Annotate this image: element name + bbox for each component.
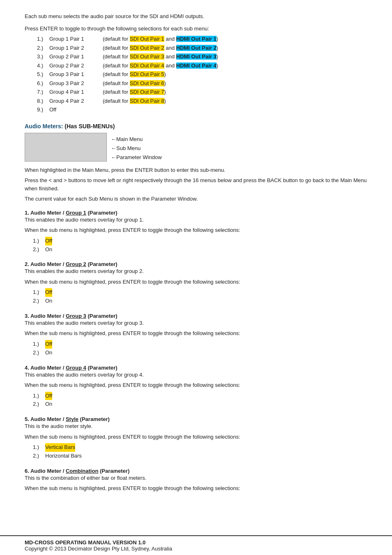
sub-section-6-title: 6. Audio Meter / Combination (Parameter) xyxy=(25,468,367,474)
sel-num: 2.) xyxy=(33,452,45,460)
intro-line2: Press ENTER to toggle to through the fol… xyxy=(25,25,367,33)
list-default: (default for SDI Out Pair 4 and HDMI Out… xyxy=(103,62,218,70)
page-content: Each sub menu selects the audio pair sou… xyxy=(0,0,392,528)
sel-label: On xyxy=(45,245,52,254)
audio-meters-desc3: The current value for each Sub Menu is s… xyxy=(25,195,367,203)
sel-label-highlighted: Off xyxy=(45,288,52,297)
sub-section-3: 3. Audio Meter / Group 3 (Parameter) Thi… xyxy=(25,313,367,357)
sub-section-3-desc2: When the sub menu is highlighted, press … xyxy=(25,329,367,338)
sub-section-3-title: 3. Audio Meter / Group 3 (Parameter) xyxy=(25,313,367,319)
list-default: (default for SDI Out Pair 5) xyxy=(103,70,166,79)
list-item: 1.) Group 1 Pair 1 (default for SDI Out … xyxy=(37,35,367,43)
selection-item: 1.) Off xyxy=(33,392,367,400)
list-item: 5.) Group 3 Pair 1 (default for SDI Out … xyxy=(37,70,367,79)
selection-item: 2.) Horizontal Bars xyxy=(33,452,367,460)
list-item: 6.) Group 3 Pair 2 (default for SDI Out … xyxy=(37,79,367,88)
selection-item: 2.) On xyxy=(33,245,367,254)
sub-section-6-desc2: When the sub menu is highlighted, press … xyxy=(25,484,367,493)
list-item: 8.) Group 4 Pair 2 (default for SDI Out … xyxy=(37,97,367,105)
sub-section-2: 2. Audio Meter / Group 2 (Parameter) Thi… xyxy=(25,261,367,305)
sub-section-2-title: 2. Audio Meter / Group 2 (Parameter) xyxy=(25,261,367,267)
sel-num: 1.) xyxy=(33,237,45,245)
list-num: 4.) xyxy=(37,62,49,70)
list-item: 2.) Group 1 Pair 2 (default for SDI Out … xyxy=(37,44,367,52)
sub-section-3-selections: 1.) Off 2.) On xyxy=(33,340,367,357)
selection-item: 1.) Off xyxy=(33,340,367,349)
sub-section-6: 6. Audio Meter / Combination (Parameter)… xyxy=(25,468,367,493)
diagram-label-sub: ←Sub Menu xyxy=(111,144,162,153)
sel-num: 2.) xyxy=(33,245,45,254)
sub-section-1-desc2: When the sub menu is highlighted, press … xyxy=(25,226,367,234)
list-label: Group 1 Pair 2 xyxy=(49,44,103,52)
list-num: 3.) xyxy=(37,53,49,61)
diagram-label-param: ←Parameter Window xyxy=(111,153,162,162)
diagram-labels: ←Main Menu ←Sub Menu ←Parameter Window xyxy=(111,135,162,162)
list-num: 9.) xyxy=(37,106,49,114)
list-num: 8.) xyxy=(37,97,49,105)
sub-section-4-desc2: When the sub menu is highlighted, press … xyxy=(25,381,367,389)
sel-label: Horizontal Bars xyxy=(45,452,82,460)
list-item: 7.) Group 4 Pair 1 (default for SDI Out … xyxy=(37,88,367,96)
sub-section-4-selections: 1.) Off 2.) On xyxy=(33,392,367,409)
sub-section-1-desc1: This enables the audio meters overlay fo… xyxy=(25,216,367,224)
list-default: (default for SDI Out Pair 3 and HDMI Out… xyxy=(103,53,218,61)
footer-line1: MD-CROSS OPERATING MANUAL VERSION 1.0 xyxy=(25,539,367,546)
audio-meters-desc2: Press the < and > buttons to move left o… xyxy=(25,176,367,192)
list-default: (default for SDI Out Pair 2 and HDMI Out… xyxy=(103,44,218,52)
sel-num: 2.) xyxy=(33,400,45,409)
list-label: Group 1 Pair 1 xyxy=(49,35,103,43)
list-label: Group 2 Pair 2 xyxy=(49,62,103,70)
list-default: (default for SDI Out Pair 6) xyxy=(103,79,166,88)
diagram-container: ←Main Menu ←Sub Menu ←Parameter Window xyxy=(25,133,367,162)
list-default: (default for SDI Out Pair 8) xyxy=(103,97,166,105)
audio-meters-link[interactable]: Audio Meters: xyxy=(25,123,63,130)
sub-section-2-desc2: When the sub menu is highlighted, press … xyxy=(25,278,367,286)
audio-meters-header: Audio Meters: (Has SUB-MENUs) xyxy=(25,123,367,130)
sub-section-2-desc1: This enables the audio meters overlay fo… xyxy=(25,267,367,275)
list-label: Group 4 Pair 2 xyxy=(49,97,103,105)
list-label: Group 4 Pair 1 xyxy=(49,88,103,96)
sub-section-1-title: 1. Audio Meter / Group 1 (Parameter) xyxy=(25,210,367,216)
page-footer: MD-CROSS OPERATING MANUAL VERSION 1.0 Co… xyxy=(0,535,392,555)
sub-section-5-title: 5. Audio Meter / Style (Parameter) xyxy=(25,416,367,422)
selection-item: 1.) Vertical Bars xyxy=(33,443,367,452)
footer-line2: Copyright © 2013 Decimator Design Pty Lt… xyxy=(25,546,367,552)
sub-section-5-desc1: This is the audio meter style. xyxy=(25,422,367,430)
list-label: Off xyxy=(49,106,56,114)
sel-num: 1.) xyxy=(33,340,45,349)
sel-num: 1.) xyxy=(33,443,45,452)
sel-num: 1.) xyxy=(33,288,45,297)
list-num: 6.) xyxy=(37,79,49,88)
sub-section-6-desc1: This is the combination of either bar or… xyxy=(25,474,367,482)
sub-section-4-title: 4. Audio Meter / Group 4 (Parameter) xyxy=(25,365,367,371)
sel-label: On xyxy=(45,297,52,305)
list-default: (default for SDI Out Pair 1 and HDMI Out… xyxy=(103,35,218,43)
selection-item: 2.) On xyxy=(33,400,367,409)
selection-item: 1.) Off xyxy=(33,288,367,297)
intro-line1: Each sub menu selects the audio pair sou… xyxy=(25,12,367,21)
list-num: 7.) xyxy=(37,88,49,96)
sel-label-highlighted: Vertical Bars xyxy=(45,443,75,452)
sub-section-5-desc2: When the sub menu is highlighted, press … xyxy=(25,433,367,441)
sub-section-4-desc1: This enables the audio meters overlay fo… xyxy=(25,371,367,379)
sub-section-1-selections: 1.) Off 2.) On xyxy=(33,237,367,254)
sel-label: On xyxy=(45,400,52,409)
selections-list: 1.) Group 1 Pair 1 (default for SDI Out … xyxy=(37,35,367,114)
sel-label: On xyxy=(45,349,52,357)
sub-section-1: 1. Audio Meter / Group 1 (Parameter) Thi… xyxy=(25,210,367,254)
list-num: 5.) xyxy=(37,70,49,79)
list-default: (default for SDI Out Pair 7) xyxy=(103,88,166,96)
list-num: 2.) xyxy=(37,44,49,52)
audio-meters-subtitle: (Has SUB-MENUs) xyxy=(63,123,115,130)
sub-section-3-desc1: This enables the audio meters overlay fo… xyxy=(25,319,367,327)
list-label: Group 3 Pair 2 xyxy=(49,79,103,88)
audio-meters-desc1: When highlighted in the Main Menu, press… xyxy=(25,166,367,174)
sub-section-2-selections: 1.) Off 2.) On xyxy=(33,288,367,305)
diagram-box xyxy=(25,133,107,162)
sel-label-highlighted: Off xyxy=(45,340,52,349)
list-item: 9.) Off xyxy=(37,106,367,114)
list-label: Group 3 Pair 1 xyxy=(49,70,103,79)
list-item: 3.) Group 2 Pair 1 (default for SDI Out … xyxy=(37,53,367,61)
list-num: 1.) xyxy=(37,35,49,43)
diagram-label-main: ←Main Menu xyxy=(111,135,162,144)
